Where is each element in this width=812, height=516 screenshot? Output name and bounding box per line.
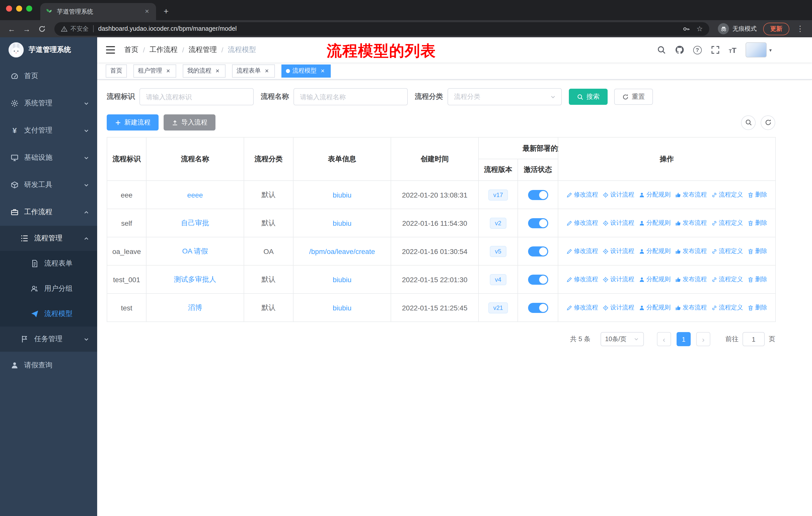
process-name-link[interactable]: 自己审批 xyxy=(181,218,209,226)
browser-tab[interactable]: 芋道管理系统 × xyxy=(40,3,156,20)
sidebar-item-user-group[interactable]: 用户分组 xyxy=(0,276,97,301)
breadcrumb-process-management[interactable]: 流程管理 xyxy=(189,45,217,54)
design-process-link[interactable]: 设计流程 xyxy=(603,275,634,284)
sidebar-item-payment[interactable]: ¥ 支付管理 xyxy=(0,117,97,144)
tag-process-form[interactable]: 流程表单 × xyxy=(232,64,275,77)
assign-rule-link[interactable]: 分配规则 xyxy=(639,219,671,227)
form-info-link[interactable]: biubiu xyxy=(333,275,352,283)
current-page-button[interactable]: 1 xyxy=(676,332,691,346)
process-name-link[interactable]: OA 请假 xyxy=(182,247,208,255)
tag-process-model[interactable]: 流程模型 × xyxy=(282,64,331,77)
tag-my-process[interactable]: 我的流程 × xyxy=(183,64,226,77)
process-category-select[interactable]: 流程分类 xyxy=(447,88,562,105)
modify-process-link[interactable]: 修改流程 xyxy=(566,303,598,312)
assign-rule-link[interactable]: 分配规则 xyxy=(639,303,671,312)
active-toggle[interactable] xyxy=(528,274,548,284)
delete-link[interactable]: 删除 xyxy=(748,275,767,284)
browser-update-button[interactable]: 更新 xyxy=(763,22,789,35)
sidebar-item-task-management[interactable]: 任务管理 xyxy=(0,327,97,352)
form-info-link[interactable]: /bpm/oa/leave/create xyxy=(309,247,375,255)
zoom-window-button[interactable] xyxy=(26,5,32,11)
form-info-link[interactable]: biubiu xyxy=(333,191,352,199)
process-definition-link[interactable]: 流程定义 xyxy=(711,247,743,255)
assign-rule-link[interactable]: 分配规则 xyxy=(639,247,671,255)
publish-process-link[interactable]: 发布流程 xyxy=(675,219,707,227)
search-icon[interactable] xyxy=(657,45,666,54)
modify-process-link[interactable]: 修改流程 xyxy=(566,219,598,227)
reload-icon[interactable] xyxy=(35,22,48,35)
goto-page-input[interactable] xyxy=(743,332,765,346)
sidebar-item-system[interactable]: 系统管理 xyxy=(0,90,97,117)
delete-link[interactable]: 删除 xyxy=(748,190,767,199)
process-definition-link[interactable]: 流程定义 xyxy=(711,219,743,227)
sidebar-item-process-form[interactable]: 流程表单 xyxy=(0,251,97,276)
breadcrumb-workflow[interactable]: 工作流程 xyxy=(149,45,178,54)
create-process-button[interactable]: 新建流程 xyxy=(107,114,158,131)
breadcrumb-home[interactable]: 首页 xyxy=(124,45,139,54)
user-avatar[interactable]: ▾ xyxy=(746,42,772,57)
process-name-input[interactable] xyxy=(293,88,408,105)
toggle-search-button[interactable] xyxy=(741,115,756,130)
sidebar-item-home[interactable]: 首页 xyxy=(0,62,97,90)
next-page-button[interactable]: › xyxy=(696,332,710,346)
publish-process-link[interactable]: 发布流程 xyxy=(675,303,707,312)
fullscreen-icon[interactable] xyxy=(710,45,720,54)
close-tab-icon[interactable]: × xyxy=(143,7,151,16)
process-name-link[interactable]: 滔博 xyxy=(188,303,202,311)
refresh-table-button[interactable] xyxy=(761,115,775,130)
hamburger-icon[interactable] xyxy=(105,45,116,55)
form-info-link[interactable]: biubiu xyxy=(333,304,352,312)
assign-rule-link[interactable]: 分配规则 xyxy=(639,275,671,284)
process-definition-link[interactable]: 流程定义 xyxy=(711,190,743,199)
process-key-input[interactable] xyxy=(140,88,254,105)
delete-link[interactable]: 删除 xyxy=(748,219,767,227)
address-bar[interactable]: 不安全 dashboard.yudao.iocoder.cn/bpm/manag… xyxy=(54,22,709,35)
publish-process-link[interactable]: 发布流程 xyxy=(675,275,707,284)
import-process-button[interactable]: 导入流程 xyxy=(164,114,215,131)
forward-icon[interactable]: → xyxy=(20,22,33,35)
form-info-link[interactable]: biubiu xyxy=(333,219,352,227)
design-process-link[interactable]: 设计流程 xyxy=(603,303,634,312)
github-icon[interactable] xyxy=(675,45,684,54)
browser-menu-icon[interactable]: ⋮ xyxy=(793,24,807,33)
close-window-button[interactable] xyxy=(6,5,12,11)
page-size-select[interactable]: 10条/页 xyxy=(601,332,644,346)
bookmark-star-icon[interactable]: ☆ xyxy=(696,25,703,32)
url-text[interactable]: dashboard.yudao.iocoder.cn/bpm/manager/m… xyxy=(98,25,678,32)
sidebar-item-infrastructure[interactable]: 基础设施 xyxy=(0,144,97,171)
active-toggle[interactable] xyxy=(528,218,548,228)
security-indicator[interactable]: 不安全 xyxy=(61,24,89,33)
sidebar-item-leave-query[interactable]: 请假查询 xyxy=(0,352,97,379)
process-definition-link[interactable]: 流程定义 xyxy=(711,275,743,284)
back-icon[interactable]: ← xyxy=(5,22,18,35)
close-icon[interactable]: × xyxy=(319,67,326,74)
password-key-icon[interactable] xyxy=(683,25,690,32)
process-name-link[interactable]: 测试多审批人 xyxy=(174,275,216,283)
active-toggle[interactable] xyxy=(528,303,548,313)
sidebar-logo[interactable]: 芋道管理系统 xyxy=(0,37,97,62)
publish-process-link[interactable]: 发布流程 xyxy=(675,247,707,255)
publish-process-link[interactable]: 发布流程 xyxy=(675,190,707,199)
sidebar-item-devtools[interactable]: 研发工具 xyxy=(0,171,97,198)
prev-page-button[interactable]: ‹ xyxy=(657,332,671,346)
design-process-link[interactable]: 设计流程 xyxy=(603,247,634,255)
sidebar-item-process-model[interactable]: 流程模型 xyxy=(0,301,97,327)
sidebar-item-workflow[interactable]: 工作流程 xyxy=(0,198,97,226)
minimize-window-button[interactable] xyxy=(16,5,22,11)
help-icon[interactable]: ? xyxy=(693,46,701,54)
font-size-icon[interactable]: T T xyxy=(729,46,736,54)
active-toggle[interactable] xyxy=(528,246,548,256)
new-tab-button[interactable]: + xyxy=(159,4,173,19)
process-definition-link[interactable]: 流程定义 xyxy=(711,303,743,312)
search-button[interactable]: 搜索 xyxy=(569,89,608,105)
process-name-link[interactable]: eeee xyxy=(187,191,203,199)
sidebar-item-process-management[interactable]: 流程管理 xyxy=(0,226,97,251)
delete-link[interactable]: 删除 xyxy=(748,247,767,255)
modify-process-link[interactable]: 修改流程 xyxy=(566,275,598,284)
modify-process-link[interactable]: 修改流程 xyxy=(566,190,598,199)
tag-tenant-management[interactable]: 租户管理 × xyxy=(134,64,176,77)
active-toggle[interactable] xyxy=(528,190,548,200)
design-process-link[interactable]: 设计流程 xyxy=(603,190,634,199)
reset-button[interactable]: 重置 xyxy=(614,89,653,105)
close-icon[interactable]: × xyxy=(263,67,270,74)
